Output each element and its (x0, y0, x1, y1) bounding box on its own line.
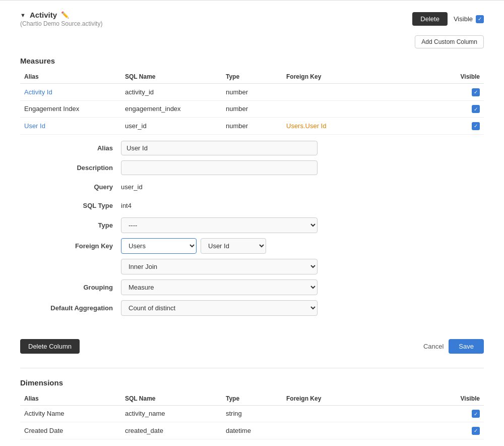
dim-row-visible-checkbox[interactable]: ✓ (472, 410, 480, 418)
form-row-join: Inner Join Left Join Right Join (20, 259, 484, 274)
dim-sqlname-cell: created_date (121, 422, 222, 439)
table-row[interactable]: Engagement Index engagement_index number… (20, 100, 484, 118)
measures-col-type: Type (222, 70, 282, 84)
form-row-description: Description (20, 160, 484, 175)
measures-col-alias: Alias (20, 70, 121, 84)
grouping-select[interactable]: Measure Dimension (121, 280, 318, 295)
dimensions-table: Alias SQL Name Type Foreign Key Visible … (20, 392, 484, 439)
measures-col-sqlname: SQL Name (121, 70, 222, 84)
table-row[interactable]: Activity Name activity_name string ✓ (20, 405, 484, 422)
dim-type-cell: datetime (222, 422, 282, 439)
delete-button[interactable]: Delete (412, 12, 448, 26)
fk-column-select[interactable]: User Id User Name (201, 238, 266, 254)
query-label: Query (20, 183, 121, 191)
dimensions-col-visible: Visible (363, 392, 484, 406)
section-title-area: ▼ Activity ✏️ (Chartio Demo Source.activ… (20, 11, 102, 27)
form-row-query: Query user_id (20, 180, 484, 194)
section-header: ▼ Activity ✏️ (Chartio Demo Source.activ… (20, 11, 484, 27)
dimensions-label: Dimensions (20, 378, 484, 387)
sql-type-label: SQL Type (20, 202, 121, 209)
visible-cell[interactable]: ✓ (363, 100, 484, 118)
fk-cell: Users.User Id (282, 118, 363, 135)
measures-label: Measures (20, 57, 484, 65)
fk-cell (282, 100, 363, 118)
row-visible-checkbox[interactable]: ✓ (472, 105, 480, 113)
dim-row-visible-checkbox[interactable]: ✓ (472, 427, 480, 435)
form-row-aggregation: Default Aggregation Count of distinct Su… (20, 300, 484, 316)
action-row: Delete Column Cancel Save (20, 335, 484, 358)
alias-label: Alias (20, 144, 121, 152)
cancel-button[interactable]: Cancel (423, 343, 444, 350)
form-row-foreignkey: Foreign Key Users (none) User Id User Na… (20, 238, 484, 254)
table-row[interactable]: Activity Id activity_id number ✓ (20, 84, 484, 101)
dim-fk-cell (282, 422, 363, 439)
visible-cell[interactable]: ✓ (363, 84, 484, 101)
grouping-label: Grouping (20, 284, 121, 291)
form-row-type: Type ---- number string date datetime (20, 217, 484, 233)
add-custom-column-area: Add Custom Column (20, 35, 484, 48)
header-actions: Delete Visible ✓ (412, 12, 484, 26)
triangle-icon: ▼ (20, 12, 26, 18)
section-subtitle: (Chartio Demo Source.activity) (20, 20, 102, 27)
type-cell: number (222, 84, 282, 101)
dim-sqlname-cell: activity_name (121, 405, 222, 422)
description-label: Description (20, 164, 121, 172)
dim-visible-cell[interactable]: ✓ (363, 405, 484, 422)
sqlname-cell: activity_id (121, 84, 222, 101)
description-input[interactable] (121, 160, 318, 175)
type-label: Type (20, 221, 121, 229)
dim-alias-cell[interactable]: Activity Name (24, 410, 64, 417)
dim-alias-cell[interactable]: Created Date (24, 427, 63, 434)
alias-cell[interactable]: Engagement Index (24, 105, 79, 113)
row-visible-checkbox[interactable]: ✓ (472, 88, 480, 96)
alias-cell[interactable]: Activity Id (24, 88, 52, 96)
save-button[interactable]: Save (449, 339, 484, 354)
measures-col-visible: Visible (363, 70, 484, 84)
table-row[interactable]: User Id user_id number Users.User Id ✓ (20, 118, 484, 135)
aggregation-select[interactable]: Count of distinct Sum Average Count Min … (121, 300, 318, 316)
dimensions-col-sqlname: SQL Name (121, 392, 222, 406)
edit-icon[interactable]: ✏️ (61, 11, 69, 19)
alias-cell[interactable]: User Id (24, 122, 45, 130)
type-select[interactable]: ---- number string date datetime (121, 217, 318, 233)
add-custom-column-button[interactable]: Add Custom Column (415, 35, 484, 48)
visible-checkbox[interactable]: ✓ (476, 15, 484, 23)
measures-table: Alias SQL Name Type Foreign Key Visible … (20, 70, 484, 135)
right-actions: Cancel Save (423, 339, 484, 354)
aggregation-label: Default Aggregation (20, 304, 121, 312)
sqlname-cell: user_id (121, 118, 222, 135)
sqlname-cell: engagement_index (121, 100, 222, 118)
dim-type-cell: string (222, 405, 282, 422)
type-cell: number (222, 100, 282, 118)
dim-visible-cell[interactable]: ✓ (363, 422, 484, 439)
fk-cell (282, 84, 363, 101)
section-title: ▼ Activity ✏️ (20, 11, 102, 19)
visible-cell[interactable]: ✓ (363, 118, 484, 135)
type-cell: number (222, 118, 282, 135)
query-value: user_id (121, 180, 318, 194)
form-row-alias: Alias (20, 141, 484, 155)
table-row[interactable]: Created Date created_date datetime ✓ (20, 422, 484, 439)
divider (20, 368, 484, 368)
page-container: ▼ Activity ✏️ (Chartio Demo Source.activ… (0, 0, 504, 446)
delete-column-button[interactable]: Delete Column (20, 339, 80, 354)
visible-toggle-label: Visible ✓ (454, 15, 484, 23)
foreign-key-label: Foreign Key (20, 242, 121, 250)
form-row-sqltype: SQL Type int4 (20, 199, 484, 212)
edit-panel: Alias Description Query user_id SQL Type… (20, 135, 484, 327)
sql-type-value: int4 (121, 199, 318, 212)
dimensions-col-fk: Foreign Key (282, 392, 363, 406)
dim-fk-cell (282, 405, 363, 422)
form-row-grouping: Grouping Measure Dimension (20, 280, 484, 295)
fk-table-select[interactable]: Users (none) (121, 238, 197, 254)
measures-col-fk: Foreign Key (282, 70, 363, 84)
row-visible-checkbox[interactable]: ✓ (472, 122, 480, 130)
foreign-key-selects: Users (none) User Id User Name (121, 238, 266, 254)
dimensions-col-alias: Alias (20, 392, 121, 406)
dimensions-col-type: Type (222, 392, 282, 406)
alias-input[interactable] (121, 141, 318, 155)
join-type-select[interactable]: Inner Join Left Join Right Join (121, 259, 318, 274)
activity-title: Activity (30, 11, 57, 19)
